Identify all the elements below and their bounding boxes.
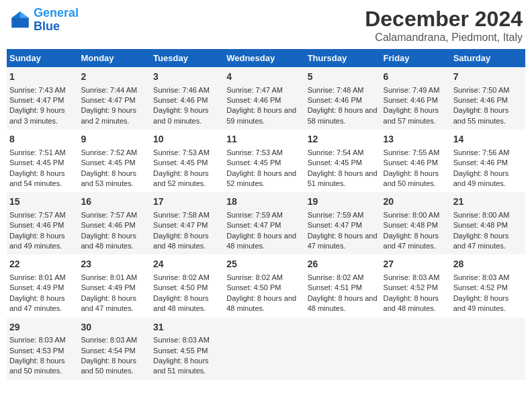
sunset: Sunset: 4:45 PM [308, 158, 378, 168]
calendar-cell: 17Sunrise: 7:58 AMSunset: 4:47 PMDayligh… [150, 192, 224, 255]
sunset: Sunset: 4:45 PM [81, 158, 148, 168]
calendar-week-5: 29Sunrise: 8:03 AMSunset: 4:53 PMDayligh… [7, 318, 525, 380]
col-header-sunday: Sunday [7, 49, 78, 67]
subtitle: Calamandrana, Piedmont, Italy [365, 32, 523, 44]
calendar-cell: 28Sunrise: 8:03 AMSunset: 4:52 PMDayligh… [451, 255, 525, 317]
sunrise: Sunrise: 7:57 AM [9, 210, 75, 220]
calendar-cell: 29Sunrise: 8:03 AMSunset: 4:53 PMDayligh… [7, 318, 78, 380]
calendar-cell: 24Sunrise: 8:02 AMSunset: 4:50 PMDayligh… [150, 255, 224, 317]
day-number: 28 [453, 258, 523, 271]
daylight: Daylight: 8 hours and 48 minutes. [226, 231, 302, 252]
calendar-cell: 7Sunrise: 7:50 AMSunset: 4:46 PMDaylight… [451, 67, 525, 130]
sunrise: Sunrise: 8:00 AM [453, 210, 523, 220]
calendar-cell: 1Sunrise: 7:43 AMSunset: 4:47 PMDaylight… [7, 67, 78, 130]
day-number: 20 [384, 195, 448, 209]
col-header-wednesday: Wednesday [224, 49, 304, 67]
calendar-cell: 10Sunrise: 7:53 AMSunset: 4:45 PMDayligh… [150, 130, 224, 192]
logo: General Blue [9, 7, 79, 34]
col-header-thursday: Thursday [305, 49, 381, 67]
sunset: Sunset: 4:46 PM [9, 220, 75, 230]
day-number: 13 [384, 133, 448, 146]
daylight: Daylight: 8 hours and 47 minutes. [9, 293, 75, 314]
sunset: Sunset: 4:48 PM [453, 220, 523, 230]
day-number: 30 [81, 321, 148, 334]
sunrise: Sunrise: 8:01 AM [81, 273, 148, 283]
page-header: General Blue December 2024 Calamandrana,… [7, 7, 525, 44]
day-number: 3 [153, 71, 221, 84]
sunrise: Sunrise: 8:02 AM [153, 273, 221, 283]
sunrise: Sunrise: 7:59 AM [226, 210, 302, 220]
daylight: Daylight: 8 hours and 48 minutes. [153, 293, 221, 314]
sunset: Sunset: 4:47 PM [226, 220, 302, 230]
day-number: 19 [308, 195, 378, 209]
col-header-tuesday: Tuesday [150, 49, 224, 67]
sunset: Sunset: 4:52 PM [384, 283, 448, 293]
sunset: Sunset: 4:45 PM [226, 158, 302, 168]
sunset: Sunset: 4:45 PM [153, 158, 221, 168]
day-number: 11 [226, 133, 302, 146]
sunrise: Sunrise: 8:01 AM [9, 273, 75, 283]
calendar-cell: 20Sunrise: 8:00 AMSunset: 4:48 PMDayligh… [381, 192, 451, 255]
daylight: Daylight: 8 hours and 48 minutes. [81, 231, 148, 252]
sunrise: Sunrise: 7:57 AM [81, 210, 148, 220]
calendar-cell [224, 318, 304, 380]
sunset: Sunset: 4:49 PM [81, 283, 148, 293]
sunset: Sunset: 4:47 PM [9, 95, 75, 105]
calendar-cell: 19Sunrise: 7:59 AMSunset: 4:47 PMDayligh… [305, 192, 381, 255]
sunset: Sunset: 4:45 PM [9, 158, 75, 168]
calendar-cell: 25Sunrise: 8:02 AMSunset: 4:50 PMDayligh… [224, 255, 304, 317]
sunset: Sunset: 4:51 PM [308, 283, 378, 293]
sunset: Sunset: 4:55 PM [153, 346, 221, 356]
calendar-cell: 5Sunrise: 7:48 AMSunset: 4:46 PMDaylight… [305, 67, 381, 130]
sunset: Sunset: 4:46 PM [153, 95, 221, 105]
day-number: 24 [153, 258, 221, 271]
sunrise: Sunrise: 7:53 AM [226, 148, 302, 158]
daylight: Daylight: 8 hours and 50 minutes. [81, 356, 148, 377]
sunset: Sunset: 4:54 PM [81, 346, 148, 356]
sunrise: Sunrise: 7:51 AM [9, 148, 75, 158]
daylight: Daylight: 8 hours and 47 minutes. [308, 231, 378, 252]
calendar-cell: 31Sunrise: 8:03 AMSunset: 4:55 PMDayligh… [150, 318, 224, 380]
day-number: 15 [9, 195, 75, 209]
calendar-cell: 22Sunrise: 8:01 AMSunset: 4:49 PMDayligh… [7, 255, 78, 317]
sunset: Sunset: 4:52 PM [453, 283, 523, 293]
day-number: 14 [453, 133, 523, 146]
calendar-cell: 30Sunrise: 8:03 AMSunset: 4:54 PMDayligh… [78, 318, 150, 380]
daylight: Daylight: 8 hours and 55 minutes. [453, 105, 523, 126]
sunrise: Sunrise: 7:55 AM [384, 148, 448, 158]
svg-marker-2 [11, 11, 20, 18]
sunrise: Sunrise: 7:59 AM [308, 210, 378, 220]
calendar-cell: 9Sunrise: 7:52 AMSunset: 4:45 PMDaylight… [78, 130, 150, 192]
daylight: Daylight: 8 hours and 47 minutes. [453, 231, 523, 252]
calendar-cell: 18Sunrise: 7:59 AMSunset: 4:47 PMDayligh… [224, 192, 304, 255]
sunrise: Sunrise: 7:53 AM [153, 148, 221, 158]
sunset: Sunset: 4:46 PM [384, 95, 448, 105]
daylight: Daylight: 8 hours and 51 minutes. [308, 169, 378, 189]
daylight: Daylight: 8 hours and 48 minutes. [153, 231, 221, 252]
day-number: 29 [9, 321, 75, 334]
day-number: 1 [9, 71, 75, 84]
daylight: Daylight: 8 hours and 51 minutes. [153, 356, 221, 377]
sunset: Sunset: 4:47 PM [308, 220, 378, 230]
calendar-cell: 14Sunrise: 7:56 AMSunset: 4:46 PMDayligh… [451, 130, 525, 192]
sunrise: Sunrise: 8:00 AM [384, 210, 448, 220]
sunset: Sunset: 4:47 PM [153, 220, 221, 230]
day-number: 27 [384, 258, 448, 271]
daylight: Daylight: 8 hours and 59 minutes. [226, 105, 302, 126]
sunrise: Sunrise: 7:54 AM [308, 148, 378, 158]
day-number: 8 [9, 133, 75, 146]
calendar-header-row: SundayMondayTuesdayWednesdayThursdayFrid… [7, 49, 525, 67]
col-header-monday: Monday [78, 49, 150, 67]
logo-text: General Blue [34, 7, 79, 34]
logo-icon [9, 9, 31, 31]
day-number: 10 [153, 133, 221, 146]
sunrise: Sunrise: 7:58 AM [153, 210, 221, 220]
calendar-table: SundayMondayTuesdayWednesdayThursdayFrid… [7, 49, 525, 380]
daylight: Daylight: 8 hours and 49 minutes. [453, 169, 523, 189]
sunrise: Sunrise: 7:47 AM [226, 85, 302, 95]
calendar-cell: 21Sunrise: 8:00 AMSunset: 4:48 PMDayligh… [451, 192, 525, 255]
calendar-cell: 3Sunrise: 7:46 AMSunset: 4:46 PMDaylight… [150, 67, 224, 130]
calendar-week-2: 8Sunrise: 7:51 AMSunset: 4:45 PMDaylight… [7, 130, 525, 192]
calendar-cell: 12Sunrise: 7:54 AMSunset: 4:45 PMDayligh… [305, 130, 381, 192]
main-title: December 2024 [365, 7, 523, 32]
